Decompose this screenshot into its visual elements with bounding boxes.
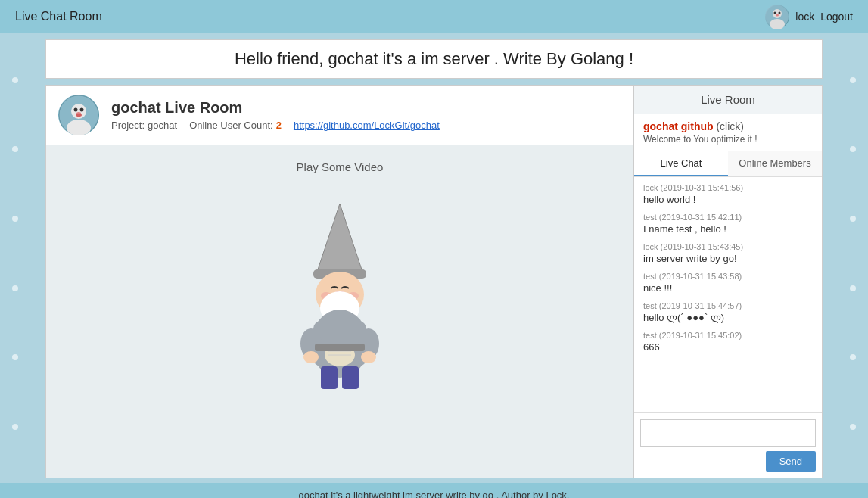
chat-messages: lock (2019-10-31 15:41:56)hello world !t… (634, 177, 822, 412)
gochat-github-link[interactable]: gochat github (click) (643, 120, 813, 132)
message-text: im server write by go! (643, 253, 813, 264)
page-title: Live Chat Room (15, 10, 102, 23)
message-text: I name test , hello ! (643, 223, 813, 235)
left-panel: gochat Live Room Project: gochat Online … (45, 85, 633, 478)
send-button[interactable]: Send (766, 451, 816, 472)
message-text: hello world ! (643, 194, 813, 205)
svg-point-28 (303, 351, 319, 363)
svg-point-4 (779, 12, 781, 14)
dot (12, 354, 18, 360)
banner: Hello friend, gochat it's a im server . … (45, 39, 823, 79)
svg-point-3 (774, 12, 776, 14)
message-meta: test (2019-10-31 15:42:11) (643, 213, 813, 222)
svg-point-8 (67, 120, 91, 135)
dot (12, 424, 18, 430)
svg-rect-31 (342, 366, 359, 389)
gochat-link-text: gochat github (643, 120, 714, 132)
right-decorative-dots (838, 0, 868, 498)
dot (850, 285, 856, 291)
dot (850, 77, 856, 83)
room-title: gochat Live Room (111, 99, 440, 117)
tab-online-members[interactable]: Online Members (728, 151, 822, 176)
room-avatar (58, 95, 99, 135)
avatar (765, 5, 789, 29)
project-meta: Project: gochat (111, 120, 177, 131)
chat-message: lock (2019-10-31 15:41:56)hello world ! (643, 183, 813, 205)
dot (12, 216, 18, 222)
live-room-title: Live Room (701, 93, 755, 106)
footer-text: gochat it's a lightweight im server writ… (299, 490, 570, 499)
online-meta: Online User Count: 2 (189, 120, 282, 131)
project-label: Project: (111, 120, 145, 131)
github-section: gochat github (click) Welcome to You opt… (634, 114, 822, 151)
message-meta: lock (2019-10-31 15:41:56) (643, 183, 813, 192)
message-meta: test (2019-10-31 15:44:57) (643, 301, 813, 310)
chat-message: test (2019-10-31 15:43:58)nice !!! (643, 272, 813, 294)
left-panel-header: gochat Live Room Project: gochat Online … (46, 86, 633, 145)
svg-point-29 (361, 351, 376, 363)
chat-input[interactable] (640, 419, 816, 447)
footer: gochat it's a lightweight im server writ… (0, 483, 868, 498)
dot (850, 354, 856, 360)
header: Live Chat Room lock Logout (0, 0, 868, 33)
header-user-area: lock Logout (765, 5, 853, 29)
dot (850, 216, 856, 222)
chat-message: test (2019-10-31 15:44:57)hello ლ(´ ●●●`… (643, 301, 813, 323)
logout-button[interactable]: Logout (820, 11, 853, 23)
tab-live-chat[interactable]: Live Chat (634, 151, 728, 176)
left-panel-body: Play Some Video (46, 145, 633, 478)
online-label: Online User Count: (189, 120, 273, 131)
chat-message: test (2019-10-31 15:42:11)I name test , … (643, 213, 813, 235)
chat-message: lock (2019-10-31 15:43:45)im server writ… (643, 242, 813, 264)
project-name: gochat (148, 120, 177, 131)
chat-message: test (2019-10-31 15:45:02)666 (643, 331, 813, 353)
welcome-text: Welcome to You optimize it ! (643, 134, 813, 145)
dot (850, 424, 856, 430)
message-meta: test (2019-10-31 15:43:58) (643, 272, 813, 281)
gochat-link-suffix: (click) (716, 120, 744, 132)
svg-marker-13 (317, 204, 362, 272)
play-video-label: Play Some Video (297, 160, 384, 173)
svg-rect-30 (321, 366, 338, 389)
svg-point-9 (74, 108, 78, 112)
message-text: 666 (643, 341, 813, 353)
dot (850, 146, 856, 152)
svg-point-1 (773, 9, 782, 18)
message-text: nice !!! (643, 282, 813, 294)
dot (12, 146, 18, 152)
username-label: lock (795, 11, 814, 23)
dot (12, 285, 18, 291)
chat-tabs: Live Chat Online Members (634, 151, 822, 177)
svg-point-12 (76, 114, 82, 117)
chat-input-area: Send (634, 412, 822, 478)
message-meta: lock (2019-10-31 15:43:45) (643, 242, 813, 251)
right-panel-header: Live Room (634, 86, 822, 114)
left-decorative-dots (0, 0, 30, 498)
message-text: hello ლ(´ ●●●` ლ) (643, 312, 813, 323)
banner-text: Hello friend, gochat it's a im server . … (235, 49, 633, 68)
dot (12, 77, 18, 83)
svg-point-10 (80, 108, 84, 112)
online-count: 2 (276, 120, 282, 131)
main-content: gochat Live Room Project: gochat Online … (45, 85, 823, 478)
svg-rect-32 (315, 344, 365, 351)
room-info: gochat Live Room Project: gochat Online … (111, 99, 440, 131)
room-meta: Project: gochat Online User Count: 2 htt… (111, 120, 440, 131)
github-link[interactable]: https://github.com/LockGit/gochat (294, 120, 440, 131)
svg-point-5 (776, 14, 779, 17)
gnome-illustration (264, 188, 415, 400)
video-placeholder: Play Some Video (61, 160, 618, 400)
message-meta: test (2019-10-31 15:45:02) (643, 331, 813, 340)
right-panel: Live Room gochat github (click) Welcome … (633, 85, 823, 478)
